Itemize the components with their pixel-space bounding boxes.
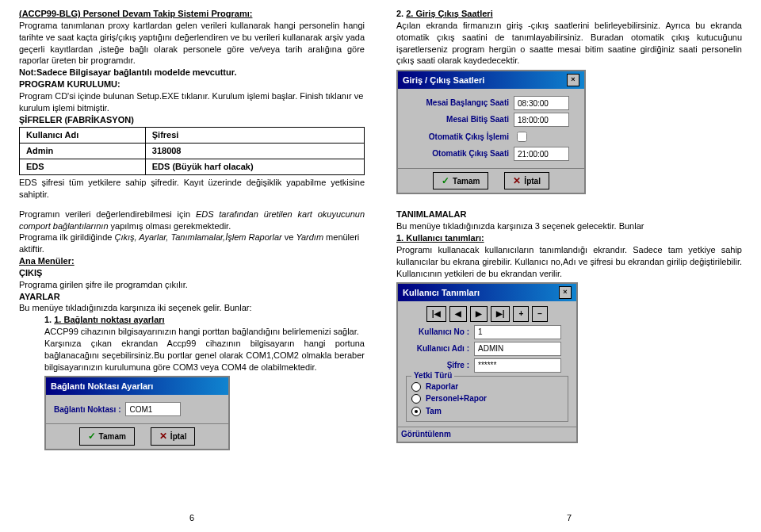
page-wrap: (ACCP99-BLG) Personel Devam Takip Sistem… (0, 0, 761, 532)
dlg2-titlebar[interactable]: Giriş / Çıkış Saatleri× (398, 71, 584, 89)
cikis-h: ÇIKIŞ (19, 267, 365, 279)
p2a: Programın verileri değerlendirebilmesi i… (19, 209, 196, 219)
tanimlamalar-h: TANIMLAMALAR (396, 209, 742, 220)
mb-input[interactable] (514, 96, 569, 110)
kurulumu-header: PROGRAM KURULUMU: (19, 78, 365, 90)
lbl-sifre: Şifre : (406, 360, 469, 371)
dlg1-titlebar[interactable]: Bağlantı Noktası Ayarları (46, 377, 228, 395)
sifre-input[interactable] (474, 358, 561, 373)
lbl-me: Mesai Bitiş Saati (406, 114, 509, 125)
p2c: yapılmış olması gerekmektedir. (109, 221, 231, 231)
h2: 2. 2. Giriş Çıkış Saatleri (396, 8, 742, 20)
doc-title: (ACCP99-BLG) Personel Devam Takip Sistem… (19, 8, 365, 20)
com-port-input[interactable] (125, 402, 181, 416)
lbl-kno: Kullanıcı No : (406, 327, 469, 338)
opt1-t2: Karşınıza çıkan ekrandan Accp99 cihazını… (44, 338, 365, 373)
check-icon: ✓ (88, 430, 96, 442)
nav-prev-button[interactable]: ◀ (449, 306, 467, 322)
cell-eds-pass: EDS (Büyük harf olacak) (145, 159, 364, 175)
dlg1-lbl: Bağlantı Noktası : (54, 404, 120, 415)
nav-next-button[interactable]: ▶ (470, 306, 488, 322)
page-number-right: 7 (396, 506, 742, 524)
p2: Programın verileri değerlendirebilmesi i… (19, 209, 365, 232)
nav-last-button[interactable]: ▶| (491, 306, 511, 322)
eds-note: EDS şifresi tüm yetkilere sahip şifredir… (19, 177, 365, 201)
oci-checkbox[interactable] (517, 132, 527, 142)
dlg3-titlebar[interactable]: Kullanıcı Tanımları× (398, 284, 576, 301)
credentials-table: Kullanıcı AdıŞifresi Admin318008 EDSEDS … (19, 127, 365, 175)
cell-eds: EDS (20, 159, 146, 175)
p3c: ve (282, 232, 296, 242)
cell-admin: Admin (20, 144, 146, 159)
dlg-giris-cikis: Giriş / Çıkış Saatleri× Mesai Başlangıç … (396, 70, 586, 194)
y3: Tam (426, 406, 442, 417)
kurulumu-text: Program CD'si içinde bulunan Setup.EXE t… (19, 90, 365, 114)
p3a: Programa ilk girildiğinde (19, 232, 114, 242)
page-number-left: 6 (19, 506, 365, 524)
yetki-group: Yetki Türü Raporlar Personel+Rapor Tam (406, 376, 568, 423)
note-line: Not:Sadece Bilgisayar bağlantılı modelde… (19, 67, 365, 78)
yetki-legend: Yetki Türü (411, 370, 454, 381)
lbl-mb: Mesai Başlangıç Saati (406, 98, 509, 109)
r-p1: Açılan ekranda firmanızın giriş -çıkış s… (396, 20, 742, 67)
p3b: Çıkış, Ayarlar, Tanımlamalar,İşlem Rapor… (114, 232, 281, 242)
kt-t: Programı kullanacak kullanıcıların tanım… (396, 244, 742, 280)
sifreler-header: ŞİFRELER (FABRİKASYON) (19, 114, 365, 126)
lbl-oci: Otomatik Çıkış İşlemi (406, 132, 509, 143)
radio-tam[interactable] (411, 407, 421, 416)
right-column: 2. 2. Giriş Çıkış Saatleri Açılan ekrand… (396, 8, 742, 524)
cikis-t: Programa girilen şifre ile programdan çı… (19, 279, 365, 291)
spacer (19, 201, 365, 209)
tanimlamalar-t: Bu menüye tıkladığınızda karşınıza 3 seç… (396, 220, 742, 232)
ayarlar-h: AYARLAR (19, 291, 365, 303)
ana-menuler: Ana Menüler: (19, 255, 365, 267)
radio-personel[interactable] (411, 394, 421, 404)
dlg1-title-text: Bağlantı Noktası Ayarları (51, 381, 153, 392)
lbl-ocs: Otomatik Çıkış Saati (406, 148, 509, 159)
dlg-kullanici: Kullanıcı Tanımları× |◀ ◀ ▶ ▶| + − Kulla… (396, 282, 578, 443)
left-column: (ACCP99-BLG) Personel Devam Takip Sistem… (19, 8, 365, 524)
tamam-button-2[interactable]: ✓Tamam (433, 172, 488, 189)
radio-raporlar[interactable] (411, 382, 421, 392)
nav-first-button[interactable]: |◀ (426, 306, 446, 322)
p3d: Yardım (296, 232, 323, 242)
kt-h: 1. Kullanıcı tanımları: (396, 232, 742, 244)
th-pass: Şifresi (145, 128, 364, 144)
x-icon: ✕ (513, 174, 521, 187)
iptal-button[interactable]: ✕İptal (151, 427, 196, 445)
lbl-kadi: Kullanıcı Adı : (406, 343, 469, 354)
opt1-t: ACCP99 cihazının bilgisayarınızın hangi … (44, 326, 365, 338)
intro-paragraph: Programa tanımlanan proxy kartlardan gel… (19, 20, 365, 67)
me-input[interactable] (514, 113, 569, 127)
iptal-button-2[interactable]: ✕İptal (504, 172, 549, 189)
tamam-button[interactable]: ✓Tamam (79, 427, 135, 445)
y2: Personel+Rapor (426, 393, 487, 404)
nav-del-button[interactable]: − (532, 306, 548, 322)
opt1-h: 1. 1. Bağlantı noktası ayarları (44, 314, 365, 326)
dlg2-title-text: Giriş / Çıkış Saatleri (403, 75, 484, 86)
dlg-baglanti: Bağlantı Noktası Ayarları Bağlantı Nokta… (44, 376, 230, 450)
dlg3-title-text: Kullanıcı Tanımları (403, 287, 480, 299)
cell-admin-pass: 318008 (145, 144, 364, 159)
status-bar: Görüntülenm (398, 427, 576, 442)
kadi-input[interactable] (474, 342, 561, 356)
close-icon[interactable]: × (567, 74, 579, 86)
nav-add-button[interactable]: + (513, 306, 529, 322)
p3: Programa ilk girildiğinde Çıkış, Ayarlar… (19, 232, 365, 255)
x-icon: ✕ (159, 430, 167, 442)
kno-input[interactable] (474, 325, 561, 339)
y1: Raporlar (426, 381, 458, 392)
ayarlar-t: Bu menüye tıkladığınızda karşınıza iki s… (19, 302, 365, 314)
close-icon[interactable]: × (559, 286, 572, 299)
th-user: Kullanıcı Adı (20, 128, 146, 144)
spacer (396, 197, 742, 209)
opt1-block: 1. 1. Bağlantı noktası ayarları ACCP99 c… (19, 314, 365, 453)
ocs-input[interactable] (514, 147, 569, 161)
check-icon: ✓ (442, 174, 449, 187)
